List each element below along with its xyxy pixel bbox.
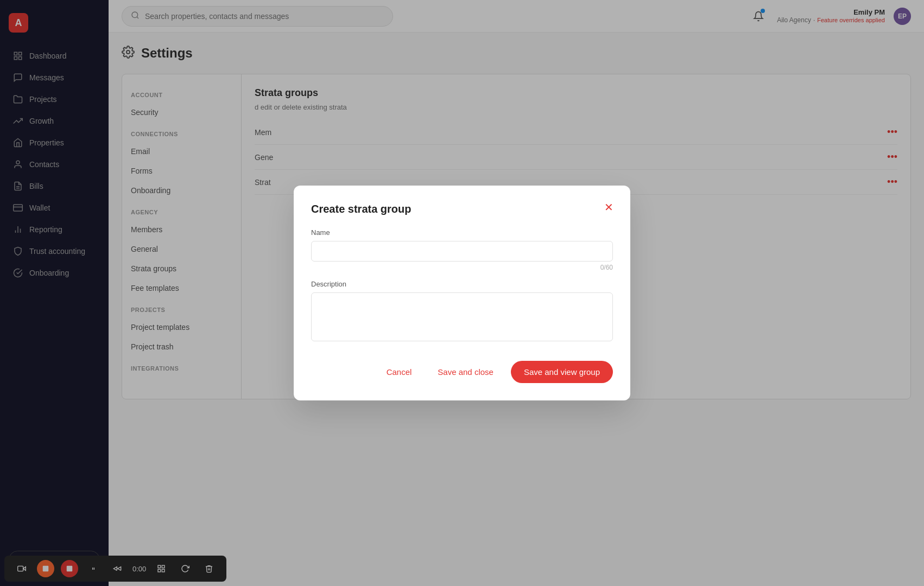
description-label: Description (311, 280, 613, 288)
modal-title: Create strata group (311, 203, 613, 215)
name-label: Name (311, 228, 613, 237)
modal-actions: Cancel Save and close Save and view grou… (311, 361, 613, 383)
save-close-button[interactable]: Save and close (429, 362, 502, 382)
create-strata-modal: Create strata group ✕ Name 0/60 Descript… (294, 186, 630, 400)
modal-overlay: Create strata group ✕ Name 0/60 Descript… (0, 0, 924, 586)
name-input[interactable] (311, 241, 613, 262)
modal-close-button[interactable]: ✕ (600, 199, 617, 216)
cancel-button[interactable]: Cancel (378, 362, 421, 382)
description-input[interactable] (311, 292, 613, 341)
char-count: 0/60 (311, 264, 613, 271)
save-view-button[interactable]: Save and view group (511, 361, 613, 383)
